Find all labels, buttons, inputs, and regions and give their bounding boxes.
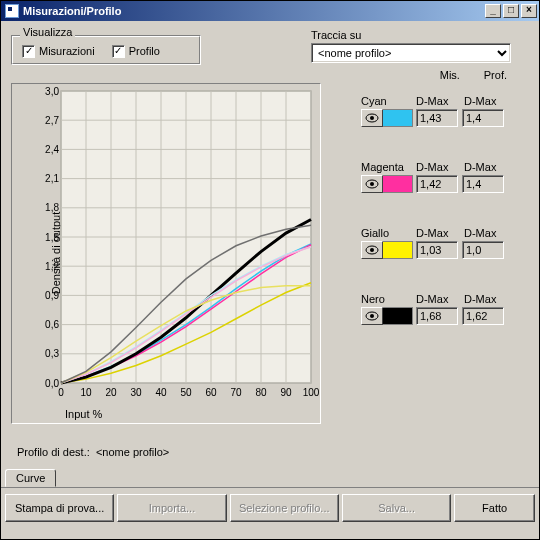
ink-name: Cyan — [361, 95, 416, 107]
window-title: Misurazioni/Profilo — [23, 5, 121, 17]
svg-point-28 — [370, 248, 374, 252]
ink-block-giallo: GialloD-MaxD-Max1,031,0 — [361, 227, 529, 259]
ink-block-cyan: CyanD-MaxD-Max1,431,4 — [361, 95, 529, 127]
check-icon: ✓ — [112, 45, 125, 58]
dmax-mis-value: 1,03 — [416, 241, 458, 259]
fatto-button[interactable]: Fatto — [454, 494, 535, 522]
dmax-prof-label: D-Max — [464, 293, 512, 305]
group-label-visualizza: Visualizza — [20, 26, 75, 38]
visibility-toggle-nero[interactable] — [361, 307, 383, 325]
profile-dest: Profilo di dest.: <nome profilo> — [17, 446, 529, 458]
checkbox-label: Profilo — [129, 45, 160, 57]
plot-svg — [13, 85, 317, 422]
window: Misurazioni/Profilo _ □ × Visualizza ✓ M… — [0, 0, 540, 540]
ink-block-nero: NeroD-MaxD-Max1,681,62 — [361, 293, 529, 325]
app-icon — [5, 4, 19, 18]
dmax-mis-label: D-Max — [416, 293, 464, 305]
tab-row: Curve — [1, 468, 539, 488]
titlebar: Misurazioni/Profilo _ □ × — [1, 1, 539, 21]
ink-name: Magenta — [361, 161, 416, 173]
swatch-cyan — [383, 109, 413, 127]
visibility-toggle-magenta[interactable] — [361, 175, 383, 193]
minimize-button[interactable]: _ — [485, 4, 501, 18]
dmax-prof-label: D-Max — [464, 161, 512, 173]
dmax-mis-label: D-Max — [416, 95, 464, 107]
checkbox-profilo[interactable]: ✓ Profilo — [112, 45, 160, 58]
profile-dest-label: Profilo di dest.: — [17, 446, 90, 458]
dmax-mis-value: 1,42 — [416, 175, 458, 193]
chart: Densità di output Input % 0,00,30,60,91,… — [13, 85, 317, 422]
visibility-toggle-cyan[interactable] — [361, 109, 383, 127]
swatch-magenta — [383, 175, 413, 193]
close-button[interactable]: × — [521, 4, 537, 18]
ink-block-magenta: MagentaD-MaxD-Max1,421,4 — [361, 161, 529, 193]
dmax-mis-label: D-Max — [416, 227, 464, 239]
dmax-prof-value: 1,4 — [462, 175, 504, 193]
checkbox-label: Misurazioni — [39, 45, 95, 57]
dmax-prof-value: 1,62 — [462, 307, 504, 325]
ink-name: Giallo — [361, 227, 416, 239]
content: Visualizza ✓ Misurazioni ✓ Profilo Tracc… — [1, 21, 539, 539]
swatch-giallo — [383, 241, 413, 259]
checkbox-misurazioni[interactable]: ✓ Misurazioni — [22, 45, 95, 58]
button-bar: Stampa di prova... Importa... Selezione … — [1, 494, 539, 522]
svg-point-26 — [370, 182, 374, 186]
importa-button[interactable]: Importa... — [117, 494, 226, 522]
label-traccia-su: Traccia su — [311, 29, 529, 41]
group-visualizza: Visualizza ✓ Misurazioni ✓ Profilo — [11, 35, 201, 65]
tab-curve[interactable]: Curve — [5, 469, 56, 487]
seleziona-button[interactable]: Selezione profilo... — [230, 494, 339, 522]
dmax-mis-label: D-Max — [416, 161, 464, 173]
dmax-prof-value: 1,4 — [462, 109, 504, 127]
dmax-mis-value: 1,68 — [416, 307, 458, 325]
ink-name: Nero — [361, 293, 416, 305]
dmax-prof-label: D-Max — [464, 227, 512, 239]
salva-button[interactable]: Salva... — [342, 494, 451, 522]
profile-dest-value: <nome profilo> — [96, 446, 169, 458]
header-prof: Prof. — [463, 69, 507, 81]
svg-point-24 — [370, 116, 374, 120]
swatch-nero — [383, 307, 413, 325]
stampa-button[interactable]: Stampa di prova... — [5, 494, 114, 522]
side-header: Mis. Prof. — [361, 69, 529, 81]
dmax-prof-label: D-Max — [464, 95, 512, 107]
chart-frame: Densità di output Input % 0,00,30,60,91,… — [11, 83, 321, 424]
dmax-prof-value: 1,0 — [462, 241, 504, 259]
visibility-toggle-giallo[interactable] — [361, 241, 383, 259]
dmax-mis-value: 1,43 — [416, 109, 458, 127]
check-icon: ✓ — [22, 45, 35, 58]
header-mis: Mis. — [416, 69, 460, 81]
maximize-button[interactable]: □ — [503, 4, 519, 18]
svg-point-30 — [370, 314, 374, 318]
select-traccia-su[interactable]: <nome profilo> — [311, 43, 511, 63]
